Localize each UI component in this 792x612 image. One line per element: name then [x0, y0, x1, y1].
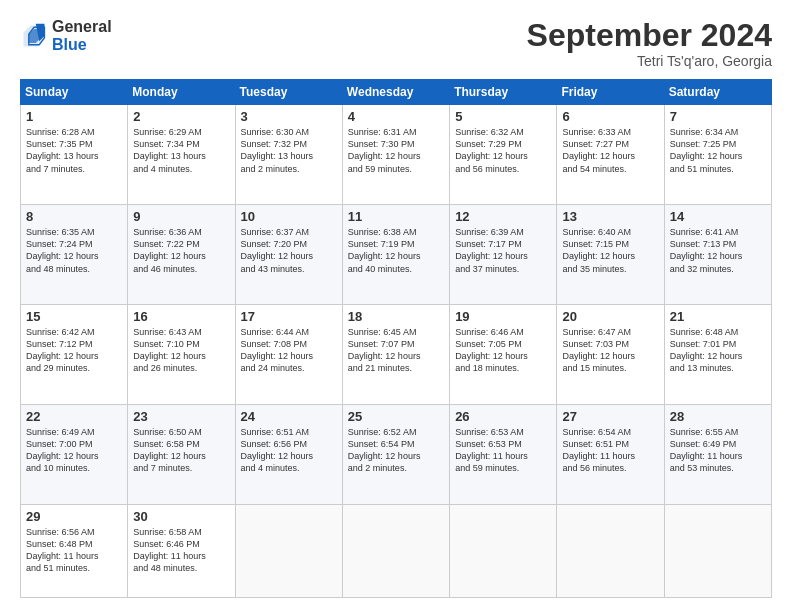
table-row: 6Sunrise: 6:33 AM Sunset: 7:27 PM Daylig…: [557, 105, 664, 205]
logo-text: General Blue: [52, 18, 112, 53]
day-info: Sunrise: 6:39 AM Sunset: 7:17 PM Dayligh…: [455, 226, 551, 275]
page: General Blue September 2024 Tetri Ts'q'a…: [0, 0, 792, 612]
day-number: 2: [133, 109, 229, 124]
table-row: 17Sunrise: 6:44 AM Sunset: 7:08 PM Dayli…: [235, 305, 342, 405]
day-number: 9: [133, 209, 229, 224]
col-tuesday: Tuesday: [235, 80, 342, 105]
day-info: Sunrise: 6:54 AM Sunset: 6:51 PM Dayligh…: [562, 426, 658, 475]
day-number: 23: [133, 409, 229, 424]
day-info: Sunrise: 6:40 AM Sunset: 7:15 PM Dayligh…: [562, 226, 658, 275]
day-number: 8: [26, 209, 122, 224]
day-info: Sunrise: 6:45 AM Sunset: 7:07 PM Dayligh…: [348, 326, 444, 375]
logo-icon: [20, 22, 48, 50]
logo: General Blue: [20, 18, 112, 53]
table-row: 2Sunrise: 6:29 AM Sunset: 7:34 PM Daylig…: [128, 105, 235, 205]
table-row: [235, 504, 342, 597]
day-number: 22: [26, 409, 122, 424]
day-number: 25: [348, 409, 444, 424]
day-number: 5: [455, 109, 551, 124]
calendar-header-row: Sunday Monday Tuesday Wednesday Thursday…: [21, 80, 772, 105]
table-row: 12Sunrise: 6:39 AM Sunset: 7:17 PM Dayli…: [450, 205, 557, 305]
day-number: 6: [562, 109, 658, 124]
title-block: September 2024 Tetri Ts'q'aro, Georgia: [527, 18, 772, 69]
day-info: Sunrise: 6:52 AM Sunset: 6:54 PM Dayligh…: [348, 426, 444, 475]
day-info: Sunrise: 6:37 AM Sunset: 7:20 PM Dayligh…: [241, 226, 337, 275]
col-thursday: Thursday: [450, 80, 557, 105]
day-info: Sunrise: 6:30 AM Sunset: 7:32 PM Dayligh…: [241, 126, 337, 175]
table-row: 23Sunrise: 6:50 AM Sunset: 6:58 PM Dayli…: [128, 404, 235, 504]
day-info: Sunrise: 6:47 AM Sunset: 7:03 PM Dayligh…: [562, 326, 658, 375]
table-row: 21Sunrise: 6:48 AM Sunset: 7:01 PM Dayli…: [664, 305, 771, 405]
calendar-row-2: 8Sunrise: 6:35 AM Sunset: 7:24 PM Daylig…: [21, 205, 772, 305]
day-number: 11: [348, 209, 444, 224]
table-row: [342, 504, 449, 597]
table-row: 30Sunrise: 6:58 AM Sunset: 6:46 PM Dayli…: [128, 504, 235, 597]
day-info: Sunrise: 6:44 AM Sunset: 7:08 PM Dayligh…: [241, 326, 337, 375]
table-row: 1Sunrise: 6:28 AM Sunset: 7:35 PM Daylig…: [21, 105, 128, 205]
table-row: 14Sunrise: 6:41 AM Sunset: 7:13 PM Dayli…: [664, 205, 771, 305]
day-info: Sunrise: 6:55 AM Sunset: 6:49 PM Dayligh…: [670, 426, 766, 475]
table-row: 16Sunrise: 6:43 AM Sunset: 7:10 PM Dayli…: [128, 305, 235, 405]
day-info: Sunrise: 6:36 AM Sunset: 7:22 PM Dayligh…: [133, 226, 229, 275]
day-number: 10: [241, 209, 337, 224]
logo-general-text: General: [52, 18, 112, 36]
table-row: 11Sunrise: 6:38 AM Sunset: 7:19 PM Dayli…: [342, 205, 449, 305]
day-info: Sunrise: 6:46 AM Sunset: 7:05 PM Dayligh…: [455, 326, 551, 375]
col-sunday: Sunday: [21, 80, 128, 105]
day-number: 30: [133, 509, 229, 524]
day-info: Sunrise: 6:34 AM Sunset: 7:25 PM Dayligh…: [670, 126, 766, 175]
day-number: 28: [670, 409, 766, 424]
day-number: 19: [455, 309, 551, 324]
calendar-row-5: 29Sunrise: 6:56 AM Sunset: 6:48 PM Dayli…: [21, 504, 772, 597]
day-info: Sunrise: 6:56 AM Sunset: 6:48 PM Dayligh…: [26, 526, 122, 575]
day-number: 1: [26, 109, 122, 124]
day-number: 20: [562, 309, 658, 324]
table-row: 18Sunrise: 6:45 AM Sunset: 7:07 PM Dayli…: [342, 305, 449, 405]
day-info: Sunrise: 6:43 AM Sunset: 7:10 PM Dayligh…: [133, 326, 229, 375]
day-info: Sunrise: 6:29 AM Sunset: 7:34 PM Dayligh…: [133, 126, 229, 175]
table-row: 5Sunrise: 6:32 AM Sunset: 7:29 PM Daylig…: [450, 105, 557, 205]
day-info: Sunrise: 6:33 AM Sunset: 7:27 PM Dayligh…: [562, 126, 658, 175]
day-number: 27: [562, 409, 658, 424]
day-number: 12: [455, 209, 551, 224]
day-info: Sunrise: 6:58 AM Sunset: 6:46 PM Dayligh…: [133, 526, 229, 575]
table-row: [450, 504, 557, 597]
location-subtitle: Tetri Ts'q'aro, Georgia: [527, 53, 772, 69]
day-number: 18: [348, 309, 444, 324]
day-number: 29: [26, 509, 122, 524]
calendar-row-4: 22Sunrise: 6:49 AM Sunset: 7:00 PM Dayli…: [21, 404, 772, 504]
day-number: 16: [133, 309, 229, 324]
table-row: 10Sunrise: 6:37 AM Sunset: 7:20 PM Dayli…: [235, 205, 342, 305]
day-number: 24: [241, 409, 337, 424]
day-info: Sunrise: 6:42 AM Sunset: 7:12 PM Dayligh…: [26, 326, 122, 375]
day-info: Sunrise: 6:35 AM Sunset: 7:24 PM Dayligh…: [26, 226, 122, 275]
day-info: Sunrise: 6:48 AM Sunset: 7:01 PM Dayligh…: [670, 326, 766, 375]
table-row: 4Sunrise: 6:31 AM Sunset: 7:30 PM Daylig…: [342, 105, 449, 205]
col-monday: Monday: [128, 80, 235, 105]
day-number: 21: [670, 309, 766, 324]
header: General Blue September 2024 Tetri Ts'q'a…: [20, 18, 772, 69]
table-row: 26Sunrise: 6:53 AM Sunset: 6:53 PM Dayli…: [450, 404, 557, 504]
table-row: 3Sunrise: 6:30 AM Sunset: 7:32 PM Daylig…: [235, 105, 342, 205]
logo-blue-text: Blue: [52, 36, 112, 54]
day-number: 15: [26, 309, 122, 324]
table-row: 29Sunrise: 6:56 AM Sunset: 6:48 PM Dayli…: [21, 504, 128, 597]
month-title: September 2024: [527, 18, 772, 53]
day-info: Sunrise: 6:41 AM Sunset: 7:13 PM Dayligh…: [670, 226, 766, 275]
day-info: Sunrise: 6:51 AM Sunset: 6:56 PM Dayligh…: [241, 426, 337, 475]
day-number: 26: [455, 409, 551, 424]
day-number: 13: [562, 209, 658, 224]
day-number: 3: [241, 109, 337, 124]
day-info: Sunrise: 6:28 AM Sunset: 7:35 PM Dayligh…: [26, 126, 122, 175]
day-number: 14: [670, 209, 766, 224]
table-row: 13Sunrise: 6:40 AM Sunset: 7:15 PM Dayli…: [557, 205, 664, 305]
day-number: 17: [241, 309, 337, 324]
col-saturday: Saturday: [664, 80, 771, 105]
calendar-table: Sunday Monday Tuesday Wednesday Thursday…: [20, 79, 772, 598]
col-wednesday: Wednesday: [342, 80, 449, 105]
table-row: [664, 504, 771, 597]
day-info: Sunrise: 6:31 AM Sunset: 7:30 PM Dayligh…: [348, 126, 444, 175]
day-info: Sunrise: 6:32 AM Sunset: 7:29 PM Dayligh…: [455, 126, 551, 175]
calendar-row-3: 15Sunrise: 6:42 AM Sunset: 7:12 PM Dayli…: [21, 305, 772, 405]
table-row: 15Sunrise: 6:42 AM Sunset: 7:12 PM Dayli…: [21, 305, 128, 405]
